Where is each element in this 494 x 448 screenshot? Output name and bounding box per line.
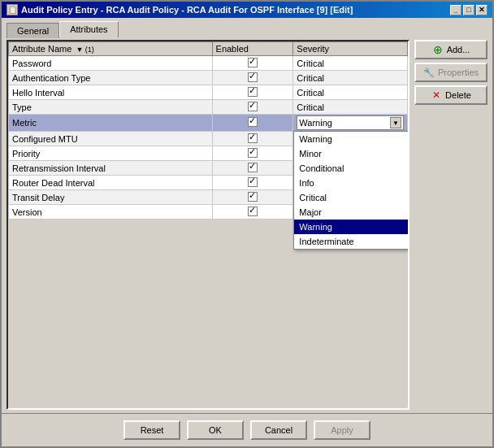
row-attr-name: Type bbox=[9, 100, 213, 115]
dropdown-value: Warning bbox=[299, 118, 332, 128]
checkbox-icon bbox=[248, 133, 258, 143]
close-button[interactable]: ✕ bbox=[476, 5, 488, 15]
row-enabled[interactable] bbox=[212, 85, 293, 100]
checkbox-icon bbox=[248, 148, 258, 158]
row-severity: Critical bbox=[293, 100, 408, 115]
row-enabled[interactable] bbox=[212, 100, 293, 115]
checkbox-icon bbox=[248, 87, 258, 97]
attributes-table: Attribute Name ▼ (1) Enabled Severity bbox=[8, 41, 408, 220]
dropdown-display[interactable]: Warning ▼ bbox=[297, 115, 404, 130]
dropdown-menu: Warning Minor Conditional Info Critical … bbox=[293, 131, 408, 250]
main-panel: Attribute Name ▼ (1) Enabled Severity bbox=[6, 40, 410, 410]
table-row[interactable]: Metric Warning ▼ Warning Minor bbox=[9, 115, 408, 132]
row-enabled[interactable] bbox=[212, 132, 293, 146]
content-area: Attribute Name ▼ (1) Enabled Severity bbox=[2, 37, 492, 413]
col-enabled[interactable]: Enabled bbox=[212, 42, 293, 56]
row-enabled[interactable] bbox=[212, 56, 293, 71]
checkbox-icon bbox=[248, 117, 258, 127]
row-attr-name: Router Dead Interval bbox=[9, 176, 213, 190]
main-window: 📋 Audit Policy Entry - RCA Audit Policy … bbox=[0, 0, 494, 448]
dropdown-item-conditional[interactable]: Conditional bbox=[294, 161, 408, 176]
row-severity: Critical bbox=[293, 85, 408, 100]
delete-icon: ✕ bbox=[431, 89, 442, 101]
apply-button[interactable]: Apply bbox=[314, 420, 370, 440]
add-icon: ⊕ bbox=[432, 44, 444, 55]
add-button[interactable]: ⊕ Add... bbox=[414, 40, 488, 59]
window-title: Audit Policy Entry - RCA Audit Policy - … bbox=[21, 5, 353, 15]
footer: Reset OK Cancel Apply bbox=[2, 413, 492, 446]
table-container: Attribute Name ▼ (1) Enabled Severity bbox=[8, 41, 408, 408]
row-severity: Critical bbox=[293, 71, 408, 85]
col-attribute-name[interactable]: Attribute Name ▼ (1) bbox=[9, 42, 213, 56]
checkbox-icon bbox=[248, 192, 258, 202]
checkbox-icon bbox=[248, 72, 258, 82]
col-severity[interactable]: Severity bbox=[293, 42, 408, 56]
table-row[interactable]: Authentication Type Critical bbox=[9, 71, 408, 85]
row-enabled[interactable] bbox=[212, 190, 293, 205]
minimize-button[interactable]: _ bbox=[450, 5, 462, 15]
title-bar: 📋 Audit Policy Entry - RCA Audit Policy … bbox=[2, 2, 492, 18]
tab-attributes[interactable]: Attributes bbox=[59, 21, 118, 37]
title-bar-left: 📋 Audit Policy Entry - RCA Audit Policy … bbox=[6, 4, 353, 15]
dropdown-item-info[interactable]: Info bbox=[294, 176, 408, 190]
reset-button[interactable]: Reset bbox=[124, 420, 180, 440]
dropdown-item-warning2[interactable]: Warning bbox=[294, 220, 408, 234]
row-enabled[interactable] bbox=[212, 71, 293, 85]
ok-button[interactable]: OK bbox=[187, 420, 244, 440]
checkbox-icon bbox=[248, 163, 258, 172]
row-attr-name: Transit Delay bbox=[9, 190, 213, 205]
dropdown-item-major[interactable]: Major bbox=[294, 205, 408, 220]
row-severity: Critical bbox=[293, 56, 408, 71]
properties-icon: 🔧 bbox=[423, 67, 435, 78]
checkbox-icon bbox=[248, 207, 258, 216]
delete-button[interactable]: ✕ Delete bbox=[414, 85, 488, 105]
row-enabled[interactable] bbox=[212, 205, 293, 220]
dropdown-item-indeterminate[interactable]: Indeterminate bbox=[294, 234, 408, 249]
checkbox-icon bbox=[248, 58, 258, 67]
row-attr-name: Metric bbox=[9, 115, 213, 132]
row-enabled[interactable] bbox=[212, 176, 293, 190]
dropdown-item-minor[interactable]: Minor bbox=[294, 146, 408, 161]
restore-button[interactable]: □ bbox=[463, 5, 474, 15]
row-severity-dropdown[interactable]: Warning ▼ Warning Minor Conditional Info bbox=[293, 115, 408, 132]
row-enabled[interactable] bbox=[212, 115, 293, 132]
checkbox-icon bbox=[248, 102, 258, 111]
row-attr-name: Password bbox=[9, 56, 213, 71]
dropdown-arrow-icon[interactable]: ▼ bbox=[390, 117, 401, 128]
row-attr-name: Hello Interval bbox=[9, 85, 213, 100]
side-panel: ⊕ Add... 🔧 Properties ✕ Delete bbox=[414, 40, 488, 410]
title-bar-buttons: _ □ ✕ bbox=[450, 5, 488, 15]
cancel-button[interactable]: Cancel bbox=[250, 420, 307, 440]
checkbox-icon bbox=[248, 177, 258, 187]
properties-button[interactable]: 🔧 Properties bbox=[414, 63, 488, 82]
tab-general[interactable]: General bbox=[6, 23, 59, 38]
row-enabled[interactable] bbox=[212, 146, 293, 161]
dropdown-item-warning1[interactable]: Warning bbox=[294, 132, 408, 146]
table-row[interactable]: Hello Interval Critical bbox=[9, 85, 408, 100]
window-icon: 📋 bbox=[6, 4, 18, 15]
dropdown-item-critical[interactable]: Critical bbox=[294, 190, 408, 205]
table-row[interactable]: Type Critical bbox=[9, 100, 408, 115]
tabs-row: General Attributes bbox=[2, 18, 492, 37]
row-attr-name: Priority bbox=[9, 146, 213, 161]
row-attr-name: Authentication Type bbox=[9, 71, 213, 85]
table-row[interactable]: Password Critical bbox=[9, 56, 408, 71]
row-attr-name: Version bbox=[9, 205, 213, 220]
row-attr-name: Configured MTU bbox=[9, 132, 213, 146]
row-enabled[interactable] bbox=[212, 161, 293, 176]
row-attr-name: Retransmission Interval bbox=[9, 161, 213, 176]
